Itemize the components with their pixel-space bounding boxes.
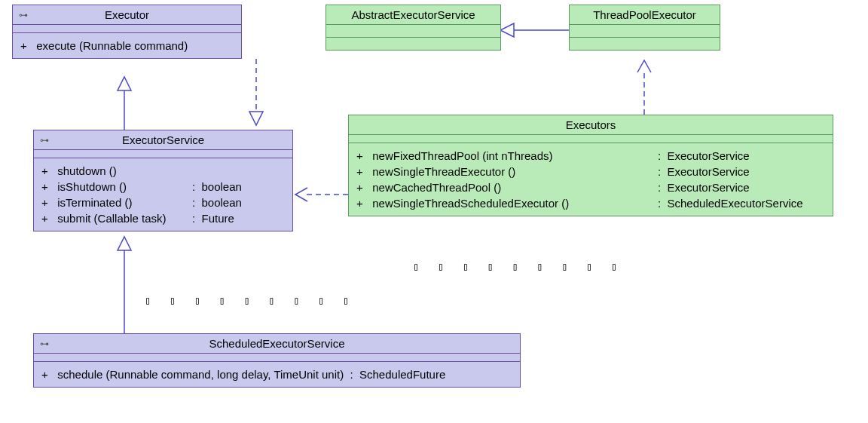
title-text: Executor	[105, 8, 149, 21]
class-attrs	[34, 354, 520, 362]
class-title: ⊶ ExecutorService	[34, 130, 292, 150]
class-executor: ⊶ Executor + execute (Runnable command)	[12, 5, 242, 59]
key-icon: ⊶	[40, 339, 49, 349]
op-row: + submit (Callable task): Future	[41, 210, 285, 226]
class-scheduled-executor-service: ⊶ ScheduledExecutorService + schedule (R…	[33, 333, 521, 388]
class-ops: + newFixedThreadPool (int nThreads): Exe…	[349, 143, 833, 216]
op-row: + isShutdown (): boolean	[41, 179, 285, 195]
class-ops: + schedule (Runnable command, long delay…	[34, 362, 520, 387]
class-title: ⊶ ScheduledExecutorService	[34, 334, 520, 354]
class-title: ⊶ Executor	[13, 5, 241, 25]
title-text: ThreadPoolExecutor	[593, 8, 696, 21]
uml-diagram: ⊶ Executor + execute (Runnable command) …	[0, 0, 868, 423]
class-attrs	[570, 25, 720, 38]
class-executors: Executors + newFixedThreadPool (int nThr…	[348, 115, 833, 216]
class-thread-pool-executor: ThreadPoolExecutor	[569, 5, 720, 51]
svg-marker-4	[249, 112, 263, 125]
op-row: + newSingleThreadScheduledExecutor (): S…	[356, 195, 825, 211]
key-icon: ⊶	[19, 10, 28, 20]
title-text: ExecutorService	[122, 133, 204, 146]
class-ops	[570, 38, 720, 50]
class-attrs	[13, 25, 241, 33]
dots-decoration: ▯ ▯ ▯ ▯ ▯ ▯ ▯ ▯ ▯	[145, 294, 355, 306]
key-icon: ⊶	[40, 135, 49, 146]
title-text: ScheduledExecutorService	[209, 337, 344, 350]
title-text: AbstractExecutorService	[351, 8, 475, 21]
op-row: + newSingleThreadExecutor (): ExecutorSe…	[356, 164, 825, 179]
class-ops: + execute (Runnable command)	[13, 33, 241, 58]
class-title: ThreadPoolExecutor	[570, 5, 720, 25]
svg-marker-3	[118, 237, 131, 250]
class-ops: + shutdown () + isShutdown (): boolean +…	[34, 158, 292, 231]
class-attrs	[34, 150, 292, 158]
op-row: + execute (Runnable command)	[20, 38, 234, 54]
class-attrs	[326, 25, 500, 38]
class-ops	[326, 38, 500, 50]
class-attrs	[349, 135, 833, 143]
dots-decoration: ▯ ▯ ▯ ▯ ▯ ▯ ▯ ▯ ▯	[413, 260, 623, 272]
op-row: + newCachedThreadPool (): ExecutorServic…	[356, 179, 825, 195]
op-row: + shutdown ()	[41, 163, 285, 179]
svg-marker-6	[500, 23, 514, 37]
op-row: + newFixedThreadPool (int nThreads): Exe…	[356, 148, 825, 164]
class-executor-service: ⊶ ExecutorService + shutdown () + isShut…	[33, 130, 293, 231]
op-row: + schedule (Runnable command, long delay…	[41, 366, 512, 382]
class-abstract-executor-service: AbstractExecutorService	[326, 5, 501, 51]
svg-marker-1	[118, 77, 131, 90]
title-text: Executors	[566, 118, 616, 131]
class-title: Executors	[349, 115, 833, 135]
class-title: AbstractExecutorService	[326, 5, 500, 25]
op-row: + isTerminated (): boolean	[41, 195, 285, 210]
